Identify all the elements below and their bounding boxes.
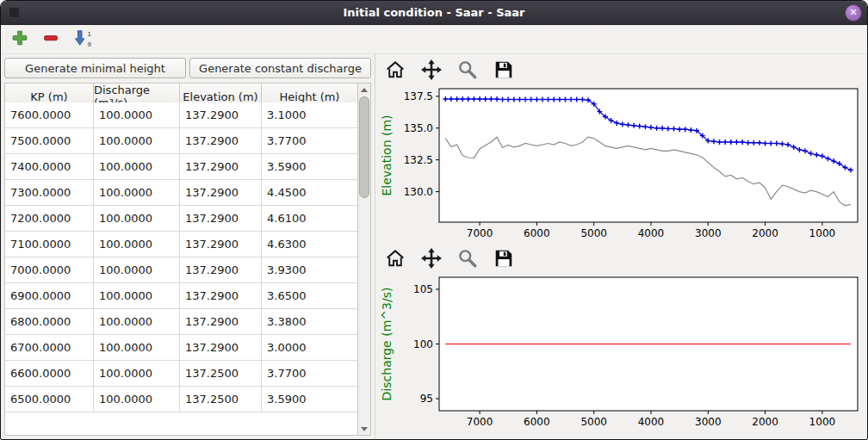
sort-number-bottom: 9	[88, 41, 91, 48]
table-row[interactable]: 6700.0000100.0000137.29003.0000	[5, 335, 357, 361]
table-cell[interactable]: 3.0000	[262, 335, 357, 361]
table-cell[interactable]: 7400.0000	[5, 154, 94, 180]
table-cell[interactable]: 3.9300	[262, 257, 357, 283]
close-button[interactable]: ✕	[845, 4, 862, 22]
table-cell[interactable]: 137.2900	[180, 206, 262, 232]
table-cell[interactable]: 4.6100	[262, 206, 357, 232]
window: Initial condition - Saar - Saar ✕ 1 9 Ge…	[0, 0, 868, 440]
table-cell[interactable]: 100.0000	[94, 361, 180, 387]
table-cell[interactable]: 100.0000	[94, 387, 180, 412]
sort-button[interactable]: 1 9	[70, 28, 94, 52]
table-cell[interactable]: 6800.0000	[5, 309, 94, 335]
table-cell[interactable]: 7100.0000	[5, 232, 94, 257]
table-row[interactable]: 6600.0000100.0000137.25003.7700	[5, 361, 357, 387]
home-button[interactable]	[384, 248, 406, 270]
svg-text:6000: 6000	[524, 227, 550, 239]
titlebar[interactable]: Initial condition - Saar - Saar ✕	[1, 1, 867, 25]
table-cell[interactable]: 137.2900	[180, 154, 262, 180]
table-row[interactable]: 7000.0000100.0000137.29003.9300	[5, 257, 357, 283]
table-row[interactable]: 6900.0000100.0000137.29003.6500	[5, 283, 357, 309]
svg-text:5000: 5000	[580, 227, 607, 239]
table-cell[interactable]: 137.2900	[180, 283, 262, 309]
discharge-chart[interactable]: 700060005000400030002000100095100105Disc…	[379, 272, 865, 431]
table-cell[interactable]: 7300.0000	[5, 180, 94, 206]
table-cell[interactable]: 100.0000	[94, 128, 180, 154]
add-row-button[interactable]	[8, 28, 32, 52]
vertical-scrollbar[interactable]	[357, 84, 370, 435]
right-panel: 7000600050004000300020001000130.0132.513…	[375, 54, 867, 439]
table-cell[interactable]: 100.0000	[94, 309, 180, 335]
table-cell[interactable]: 3.3800	[262, 309, 357, 335]
table-cell[interactable]: 3.5900	[262, 387, 357, 412]
table-cell[interactable]: 6600.0000	[5, 361, 94, 387]
table-header: KP (m)Discharge (m³/s)Elevation (m)Heigh…	[5, 84, 357, 102]
table-cell[interactable]: 6900.0000	[5, 283, 94, 309]
table-cell[interactable]: 4.4500	[262, 180, 357, 206]
table-cell[interactable]: 4.6300	[262, 232, 357, 257]
remove-row-button[interactable]	[39, 28, 63, 52]
table-row[interactable]: 6800.0000100.0000137.29003.3800	[5, 309, 357, 335]
table-cell[interactable]: 100.0000	[94, 232, 180, 257]
main-content: Generate minimal height Generate constan…	[1, 54, 867, 439]
scroll-up-button[interactable]	[358, 84, 370, 96]
table-cell[interactable]: 7600.0000	[5, 102, 94, 128]
generate-constant-discharge-button[interactable]: Generate constant discharge	[189, 58, 371, 78]
table-cell[interactable]: 6500.0000	[5, 387, 94, 412]
table-cell[interactable]: 137.2900	[180, 232, 262, 257]
table-row[interactable]: 6500.0000100.0000137.25003.5900	[5, 387, 357, 412]
table-row[interactable]: 7100.0000100.0000137.29004.6300	[5, 232, 357, 257]
app-icon[interactable]	[9, 7, 20, 18]
table-cell[interactable]: 3.7700	[262, 361, 357, 387]
scroll-down-button[interactable]	[358, 423, 370, 435]
pan-button[interactable]	[420, 59, 443, 82]
table-body: 7600.0000100.0000137.29003.10007500.0000…	[5, 102, 357, 435]
window-title: Initial condition - Saar - Saar	[1, 6, 867, 19]
svg-text:3000: 3000	[695, 227, 722, 239]
table-row[interactable]: 7600.0000100.0000137.29003.1000	[5, 102, 357, 128]
scrollbar-track[interactable]	[358, 96, 370, 423]
table-row[interactable]: 7200.0000100.0000137.29004.6100	[5, 206, 357, 232]
pan-button[interactable]	[420, 248, 443, 270]
save-button[interactable]	[493, 59, 515, 82]
table-cell[interactable]: 137.2900	[180, 257, 262, 283]
table-cell[interactable]: 7000.0000	[5, 257, 94, 283]
zoom-button[interactable]	[456, 59, 479, 82]
table-cell[interactable]: 137.2900	[180, 180, 262, 206]
magnifier-icon	[457, 59, 478, 83]
table-cell[interactable]: 100.0000	[94, 335, 180, 361]
table-row[interactable]: 7500.0000100.0000137.29003.7700	[5, 128, 357, 154]
table-cell[interactable]: 100.0000	[94, 154, 180, 180]
table-cell[interactable]: 137.2900	[180, 128, 262, 154]
scrollbar-thumb[interactable]	[359, 96, 369, 198]
table-cell[interactable]: 7200.0000	[5, 206, 94, 232]
table-cell[interactable]: 3.6500	[262, 283, 357, 309]
table-cell[interactable]: 100.0000	[94, 180, 180, 206]
svg-text:2000: 2000	[752, 416, 778, 428]
data-table: KP (m)Discharge (m³/s)Elevation (m)Heigh…	[4, 83, 371, 436]
table-cell[interactable]: 137.2500	[180, 387, 262, 412]
save-button[interactable]	[493, 248, 515, 270]
left-panel: Generate minimal height Generate constan…	[1, 54, 375, 439]
table-cell[interactable]: 100.0000	[94, 257, 180, 283]
table-cell[interactable]: 7500.0000	[5, 128, 94, 154]
svg-text:5000: 5000	[580, 416, 607, 428]
table-cell[interactable]: 100.0000	[94, 206, 180, 232]
svg-text:135.0: 135.0	[404, 122, 433, 134]
table-cell[interactable]: 100.0000	[94, 102, 180, 128]
table-cell[interactable]: 100.0000	[94, 283, 180, 309]
table-cell[interactable]: 6700.0000	[5, 335, 94, 361]
generate-minimal-height-button[interactable]: Generate minimal height	[4, 58, 186, 78]
elevation-chart[interactable]: 7000600050004000300020001000130.0132.513…	[379, 84, 865, 243]
table-row[interactable]: 7400.0000100.0000137.29003.5900	[5, 154, 357, 180]
table-cell[interactable]: 137.2900	[180, 102, 262, 128]
close-icon: ✕	[849, 7, 857, 18]
home-button[interactable]	[384, 59, 406, 82]
table-cell[interactable]: 137.2900	[180, 335, 262, 361]
zoom-button[interactable]	[456, 248, 479, 270]
table-cell[interactable]: 137.2500	[180, 361, 262, 387]
table-cell[interactable]: 137.2900	[180, 309, 262, 335]
table-row[interactable]: 7300.0000100.0000137.29004.4500	[5, 180, 357, 206]
table-cell[interactable]: 3.7700	[262, 128, 357, 154]
table-cell[interactable]: 3.1000	[262, 102, 357, 128]
table-cell[interactable]: 3.5900	[262, 154, 357, 180]
